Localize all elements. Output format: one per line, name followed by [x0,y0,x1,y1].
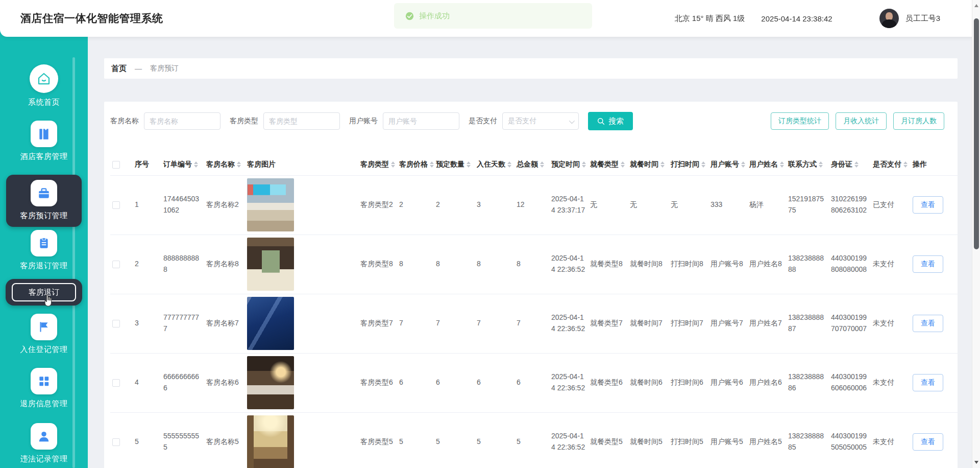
breadcrumb: 首页 — 客房预订 [104,58,958,79]
room-name-input[interactable] [144,112,220,130]
select-all-checkbox[interactable] [112,161,120,169]
cell-paid: 已支付 [871,175,911,235]
sort-caret-icon[interactable] [780,161,784,168]
sort-caret-icon[interactable] [621,161,625,168]
sort-caret-icon[interactable] [467,161,471,168]
cell-photo [245,294,358,353]
view-button[interactable]: 查看 [913,255,943,273]
monthly-bookings-button[interactable]: 月订房人数 [893,112,944,130]
sort-caret-icon[interactable] [540,161,544,168]
cell-book_time: 2025-04-14 22:36:52 [549,294,588,353]
sidebar-item-label: 系统首页 [28,98,60,107]
cell-order_no: 8888888888 [161,235,204,294]
sort-caret-icon[interactable] [660,161,665,168]
success-toast: 操作成功 [394,3,592,29]
scroll-up-arrow-icon[interactable] [974,4,978,7]
sort-caret-icon[interactable] [819,161,823,168]
sidebar-item-room-cancel[interactable]: 客房退订 [6,279,82,306]
view-button[interactable]: 查看 [913,196,943,214]
cell-order_no: 5555555555 [161,412,204,468]
filter-label-room-name: 客房名称 [110,116,139,126]
cell-room_name: 客房名称2 [204,175,245,235]
cell-photo [245,412,358,468]
row-checkbox[interactable] [112,438,120,446]
scroll-down-arrow-icon[interactable] [974,461,978,464]
column-header-account: 用户账号 [708,154,747,175]
column-label: 联系方式 [788,160,817,169]
column-label: 预定时间 [551,160,580,169]
avatar[interactable] [879,9,899,28]
paid-select[interactable]: 是否支付 [502,112,579,130]
booking-type-stats-button[interactable]: 订房类型统计 [771,112,829,130]
column-header-total: 总金额 [514,154,549,175]
cell-clean_time: 打扫时间8 [669,235,708,294]
sort-caret-icon[interactable] [903,161,908,168]
sidebar-item-room-booking[interactable]: 客房预订管理 [6,175,82,227]
sort-caret-icon[interactable] [507,161,511,168]
sidebar-item-label: 酒店客房管理 [20,152,68,161]
scrollbar-thumb[interactable] [974,18,979,249]
monthly-income-stats-button[interactable]: 月收入统计 [836,112,887,130]
room-photo [247,297,294,350]
breadcrumb-home[interactable]: 首页 [111,64,127,74]
sidebar-item-home[interactable]: 系统首页 [0,64,88,107]
row-checkbox[interactable] [112,379,120,387]
view-button[interactable]: 查看 [913,374,943,391]
column-label: 总金额 [517,160,538,169]
account-input[interactable] [383,112,459,130]
sort-caret-icon[interactable] [237,161,241,168]
sort-caret-icon[interactable] [430,161,434,168]
cell-account: 用户账号7 [708,294,747,353]
home-icon [30,64,58,93]
sidebar-item-label: 违法记录管理 [20,454,68,464]
room-type-input[interactable] [263,112,340,130]
vertical-scrollbar[interactable] [972,0,980,468]
cell-action: 查看 [911,235,958,294]
cell-action: 查看 [911,412,958,468]
grid-icon [31,368,57,394]
cell-room_type: 客房类型8 [358,235,397,294]
sort-caret-icon[interactable] [854,161,859,168]
column-label: 入住天数 [477,160,505,169]
row-checkbox[interactable] [112,201,120,209]
sidebar-item-violation-records[interactable]: 违法记录管理 [0,423,88,464]
sidebar-item-checkout-info[interactable]: 退房信息管理 [0,368,88,409]
sort-caret-icon[interactable] [582,161,586,168]
sidebar-item-hotel-rooms[interactable]: 酒店客房管理 [0,121,88,161]
cell-days: 7 [475,294,514,353]
cell-username: 用户姓名6 [747,353,786,412]
cell-meal_time: 无 [628,175,669,235]
sidebar-item-checkin[interactable]: 入住登记管理 [0,314,88,355]
sidebar-item-label: 客房退订管理 [20,261,68,271]
sort-caret-icon[interactable] [391,161,395,168]
table-row: 11744645031062客房名称2客房类型2223122025-04-14 … [110,175,958,235]
sidebar-item-room-cancel-mgmt[interactable]: 客房退订管理 [0,230,88,271]
column-header-book_time: 预定时间 [549,154,588,175]
cell-clean_time: 打扫时间7 [669,294,708,353]
search-button[interactable]: 搜索 [588,112,633,130]
cell-meal_time: 就餐时间8 [628,235,669,294]
sort-caret-icon[interactable] [741,161,745,168]
cell-total: 8 [514,235,549,294]
column-label: 订单编号 [163,160,192,169]
table-row: 46666666666客房名称6客房类型666662025-04-14 22:3… [110,353,958,412]
sidebar-item-label: 客房预订管理 [20,211,68,221]
view-button[interactable]: 查看 [913,315,943,332]
cell-clean_time: 无 [669,175,708,235]
cell-checkbox [110,235,133,294]
column-header-checkbox [110,154,133,175]
cell-paid: 未支付 [871,294,911,353]
sort-caret-icon[interactable] [194,161,198,168]
cell-index: 3 [133,294,161,353]
current-user[interactable]: 员工工号3 [905,14,940,24]
cell-room_name: 客房名称7 [204,294,245,353]
breadcrumb-separator: — [135,64,142,73]
cell-paid: 未支付 [871,412,911,468]
view-button[interactable]: 查看 [913,433,943,451]
sort-caret-icon[interactable] [701,161,705,168]
row-checkbox[interactable] [112,261,120,268]
cell-quantity: 2 [434,175,475,235]
cell-photo [245,353,358,412]
row-checkbox[interactable] [112,320,120,327]
sidebar: 系统首页 酒店客房管理 客房预订管理 [0,0,88,468]
